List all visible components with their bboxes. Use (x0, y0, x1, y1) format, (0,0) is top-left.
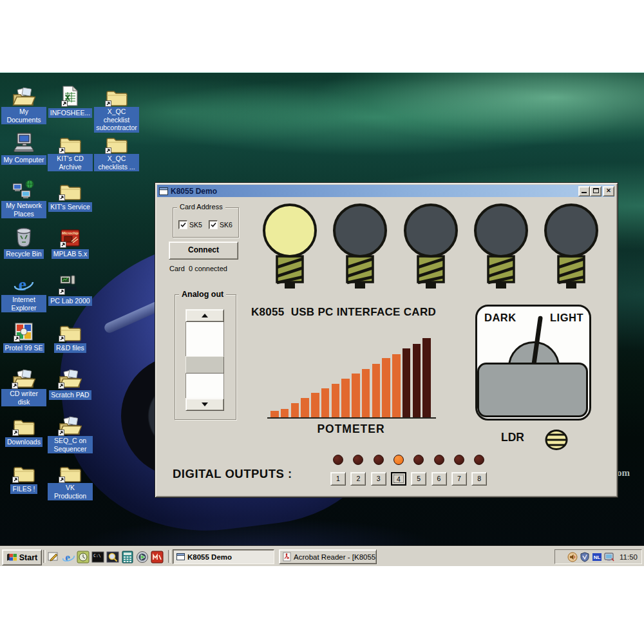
output-bulb-4-off (472, 202, 530, 291)
media-red-icon[interactable] (151, 551, 164, 564)
digital-output-button-7[interactable]: 7 (451, 472, 467, 486)
start-button[interactable]: Start (2, 549, 42, 565)
desktop-icon-my-network-places[interactable]: My Network Places (1, 176, 46, 219)
potmeter-bar-8 (341, 379, 350, 417)
analog-out-scrollbar (185, 309, 224, 411)
scrollbar-thumb[interactable] (185, 356, 224, 374)
scrollbar-track-lower[interactable] (185, 374, 224, 398)
search-icon[interactable] (106, 551, 119, 564)
potmeter-label: POTMETER (254, 422, 448, 436)
desktop-icon-seq-c-on-sequencer[interactable]: SEQ_C on Sequencer (48, 412, 93, 454)
scroll-down-button[interactable] (185, 398, 224, 411)
digital-output-button-6[interactable]: 6 (431, 472, 447, 486)
internet-explorer-icon[interactable]: e (62, 551, 75, 564)
desktop-icon-label: Scratch PAD (49, 390, 91, 400)
shortcut-arrow-icon (61, 100, 68, 107)
minimize-button[interactable] (578, 186, 590, 196)
scrollbar-track-upper[interactable] (185, 322, 224, 356)
media-player-icon[interactable] (136, 551, 149, 564)
desktop-icon-recycle-bin[interactable]: Recycle Bin (1, 223, 46, 259)
shield-tray-icon[interactable] (580, 552, 590, 562)
desktop-icon-infoshee[interactable]: INFOSHEE... (48, 82, 93, 118)
digital-output-button-1[interactable]: 1 (330, 472, 346, 486)
sk6-checkbox-box[interactable] (209, 220, 218, 229)
desktop-icon-files[interactable]: FILES ! (1, 459, 46, 494)
mplab-icon: Microchip (48, 223, 93, 247)
digital-output-button-3[interactable]: 3 (371, 472, 386, 486)
interface-card-title: K8055 USB PC INTERFACE CARD (251, 306, 436, 319)
potmeter-bar-15 (413, 344, 421, 417)
desktop-icon-label: X_QC checklists ... (94, 154, 139, 171)
desktop-icon-x-qc-checklists[interactable]: X_QC checklists ... (94, 129, 139, 172)
desktop-icon-r-d-files[interactable]: R&D files (48, 317, 93, 353)
up-arrow-icon (202, 314, 208, 317)
window-titlebar[interactable]: K8055 Demo ✕ (157, 185, 614, 197)
desktop-icon-x-qc-checklist-subcontractor[interactable]: X_QC checklist subcontractor (94, 82, 139, 133)
digital-output-button-8[interactable]: 8 (471, 472, 487, 486)
potmeter-baseline (267, 417, 436, 419)
desktop-icon-kit-s-cd-archive[interactable]: KIT's CD Archive (48, 129, 93, 172)
sk5-checkbox-box[interactable] (178, 220, 187, 229)
checkbox-sk5[interactable]: SK5 (178, 220, 202, 229)
output-bulb-3-off (402, 202, 460, 291)
output-led-8-off (474, 455, 484, 465)
show-desktop-icon[interactable] (47, 551, 60, 564)
scroll-up-button[interactable] (185, 309, 224, 322)
shortcut-arrow-icon (58, 430, 64, 436)
shortcut-arrow-icon (59, 194, 65, 201)
digital-output-button-4[interactable]: 4 (391, 472, 406, 486)
potmeter-bar-5 (311, 393, 319, 417)
checkbox-sk6[interactable]: SK6 (209, 220, 232, 229)
shortcut-arrow-icon (60, 242, 66, 248)
timer-icon[interactable] (77, 551, 90, 564)
internet-explorer-icon: e (1, 270, 46, 294)
desktop-icon-downloads[interactable]: Downloads (1, 412, 46, 447)
calculator-icon[interactable] (121, 551, 134, 564)
connection-status-text: Card 0 connected (169, 265, 227, 272)
potmeter-bar-16 (422, 338, 431, 417)
folder-icon (94, 82, 139, 106)
desktop-icon-my-computer[interactable]: My Computer (1, 129, 46, 165)
desktop-icon-label: INFOSHEE... (48, 108, 92, 118)
desktop-icon-vk-production[interactable]: VK Production (48, 459, 93, 501)
page: { "desktop": { "icons": [ {"label": "My … (0, 0, 644, 644)
output-led-5-off (413, 455, 424, 465)
desktop-icon-my-documents[interactable]: My Documents (1, 82, 46, 125)
desktop-icon-label: R&D files (54, 343, 86, 353)
desktop-icon-kit-s-service[interactable]: KIT's Service (48, 176, 93, 212)
desktop-icon-cd-writer-disk[interactable]: CD writer disk (1, 365, 46, 407)
volume-tray-icon[interactable] (567, 552, 578, 562)
keyboard-layout-tray-icon[interactable]: NL (592, 552, 602, 562)
task-button-k8055-demo[interactable]: K8055 Demo (173, 549, 274, 564)
desktop-icon-label: FILES ! (10, 484, 37, 494)
task-button-acrobat-reader[interactable]: Acrobat Reader - [K8055 ... (279, 549, 377, 564)
desktop-icon-label: My Network Places (1, 201, 46, 218)
shortcut-arrow-icon (59, 477, 65, 483)
desktop-icon-protel-99-se[interactable]: Protel 99 SE (1, 317, 46, 353)
computer-icon (1, 129, 46, 153)
desktop-icon-label: PC Lab 2000 (48, 296, 91, 306)
desktop-icon-label: Downloads (5, 437, 43, 447)
maximize-button[interactable] (590, 186, 601, 196)
shortcut-arrow-icon (12, 430, 19, 436)
focus-rectangle (393, 475, 404, 483)
desktop-icon-mplab-5-x[interactable]: MicrochipMPLAB 5.x (48, 223, 93, 259)
digital-output-button-5[interactable]: 5 (411, 472, 426, 486)
excel-document-icon (48, 82, 93, 106)
desktop-icon-label: KIT's Service (48, 202, 92, 212)
connect-button[interactable]: Connect (169, 242, 238, 260)
digital-output-button-2[interactable]: 2 (350, 472, 366, 486)
display-tray-icon[interactable] (604, 552, 614, 562)
close-button[interactable]: ✕ (603, 186, 614, 196)
desktop-icon-internet-explorer[interactable]: eInternet Explorer (1, 270, 46, 313)
output-led-4-on (393, 455, 404, 465)
potmeter-bar-11 (372, 364, 381, 417)
potmeter-bar-1 (270, 411, 279, 417)
taskbar-clock: 11:50 (620, 553, 638, 561)
desktop-icon-label: VK Production (48, 483, 93, 500)
desktop-icon-pc-lab-2000[interactable]: 2000PC Lab 2000 (48, 270, 93, 306)
desktop-icon-scratch-pad[interactable]: Scratch PAD (48, 365, 93, 400)
command-prompt-icon[interactable]: C:\ (91, 551, 104, 564)
svg-text:2000: 2000 (64, 285, 77, 292)
desktop-icon-label: SEQ_C on Sequencer (48, 436, 93, 453)
